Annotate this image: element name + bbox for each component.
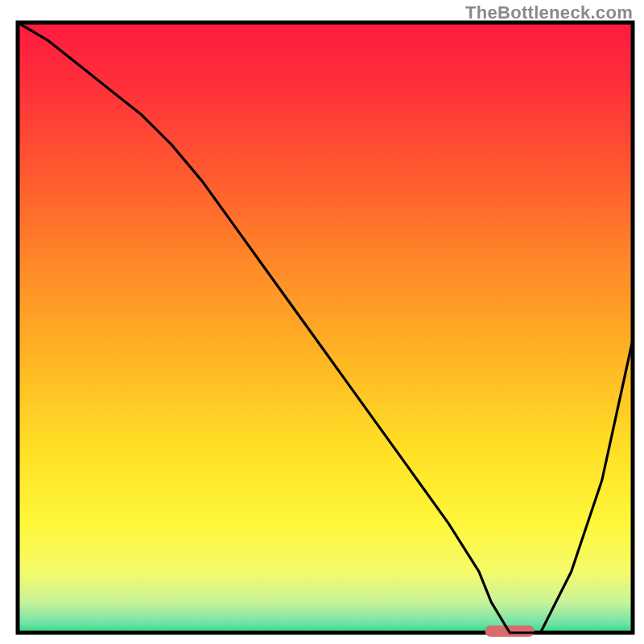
- svg-rect-0: [18, 23, 633, 633]
- bottleneck-chart: [0, 0, 644, 644]
- watermark-text: TheBottleneck.com: [465, 2, 633, 23]
- chart-container: TheBottleneck.com: [0, 0, 644, 644]
